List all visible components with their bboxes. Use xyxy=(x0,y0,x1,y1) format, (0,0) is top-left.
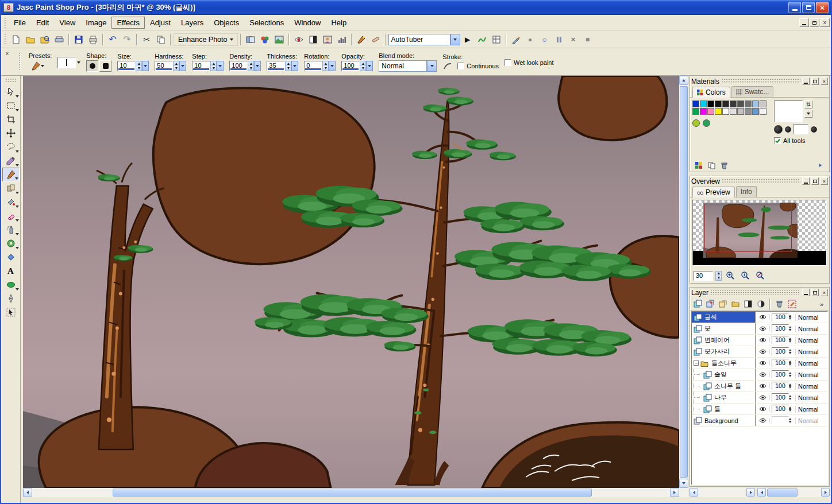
background-material-swatch[interactable] xyxy=(794,124,808,134)
color-swatch[interactable] xyxy=(730,100,737,107)
panel-float-button[interactable] xyxy=(811,177,819,185)
size-spinner[interactable]: 10 xyxy=(117,61,149,71)
layer-row-background[interactable]: Background Normal xyxy=(692,415,827,427)
color-swatch[interactable] xyxy=(692,108,699,115)
color-swatch[interactable] xyxy=(737,100,744,107)
layer-opacity-value[interactable]: 100 xyxy=(772,336,789,344)
panel-drag-texture[interactable] xyxy=(710,290,800,295)
color-swatch[interactable] xyxy=(760,108,766,115)
scroll-track[interactable] xyxy=(698,488,746,497)
panel-drag-texture[interactable] xyxy=(721,79,800,84)
rotation-spinner[interactable]: 0 xyxy=(304,61,336,71)
zoom-actual-size-button[interactable] xyxy=(739,270,752,281)
shape-round-button[interactable] xyxy=(86,60,98,72)
pen-tool-button[interactable] xyxy=(2,292,20,305)
picture-tube-edit-button[interactable] xyxy=(475,33,489,46)
object-selector-tool-button[interactable] xyxy=(2,305,20,319)
color-swatch[interactable] xyxy=(722,100,729,107)
layer-group-row[interactable]: 들소나무 100Normal xyxy=(692,358,827,369)
open-file-button[interactable] xyxy=(24,33,37,46)
scan-button[interactable] xyxy=(52,33,66,46)
layer-row[interactable]: 붓 100Normal xyxy=(692,323,827,335)
edit-selection-button[interactable] xyxy=(786,298,798,309)
panel-rollup-button[interactable] xyxy=(802,289,810,296)
minimize-button[interactable] xyxy=(788,2,801,13)
freehand-selection-tool-button[interactable] xyxy=(2,140,20,154)
browse-button[interactable] xyxy=(38,33,52,46)
color-swatch[interactable] xyxy=(715,100,722,107)
panel-rollup-button[interactable] xyxy=(802,177,810,185)
layer-visibility-toggle[interactable] xyxy=(756,326,770,331)
thickness-spinner[interactable]: 35 xyxy=(267,61,298,71)
opacity-spinner[interactable] xyxy=(789,315,794,320)
round-color-swatch[interactable] xyxy=(692,119,700,127)
material-option-button[interactable] xyxy=(804,110,812,118)
scroll-left-button[interactable] xyxy=(23,488,32,497)
shape-square-button[interactable] xyxy=(99,60,111,72)
layer-blend-mode[interactable]: Normal xyxy=(795,417,827,424)
new-mask-layer-button[interactable] xyxy=(742,298,754,309)
tool-options-grip[interactable] xyxy=(18,52,21,71)
eraser-tool-button[interactable] xyxy=(2,209,20,223)
spin-buttons[interactable] xyxy=(210,61,217,71)
layer-visibility-toggle[interactable] xyxy=(756,418,770,423)
layer-visibility-toggle[interactable] xyxy=(756,372,770,377)
opacity-spinner[interactable] xyxy=(789,395,794,400)
spin-buttons[interactable] xyxy=(322,61,329,71)
scratch-remover-button[interactable] xyxy=(369,33,383,46)
new-adjustment-layer-button[interactable] xyxy=(755,298,766,309)
layer-opacity-value[interactable] xyxy=(772,416,789,425)
new-file-button[interactable] xyxy=(9,33,23,46)
script-pause-button[interactable] xyxy=(552,33,566,46)
layer-visibility-toggle[interactable] xyxy=(756,349,770,354)
scroll-down-button[interactable] xyxy=(679,479,688,488)
layer-opacity-value[interactable]: 100 xyxy=(772,393,789,402)
scroll-left-button[interactable] xyxy=(690,488,698,497)
menubar-grip[interactable] xyxy=(4,17,7,28)
toolbar-grip[interactable] xyxy=(4,33,7,45)
layer-opacity-value[interactable]: 100 xyxy=(772,347,789,356)
panel-close-button[interactable]: × xyxy=(821,289,828,296)
layer-visibility-toggle[interactable] xyxy=(756,315,770,320)
layer-row[interactable]: 붓가사리 100Normal xyxy=(692,346,827,358)
step-value[interactable]: 10 xyxy=(192,61,210,71)
layer-blend-mode[interactable]: Normal xyxy=(795,406,827,413)
layer-visibility-toggle[interactable] xyxy=(756,395,770,400)
color-swatch[interactable] xyxy=(707,100,714,107)
document-restore-button[interactable] xyxy=(810,18,819,27)
slider-dropdown[interactable] xyxy=(291,61,298,71)
tab-info[interactable]: Info xyxy=(736,186,757,197)
panel-close-button[interactable]: × xyxy=(821,77,828,85)
text-tool-button[interactable]: A xyxy=(2,264,20,278)
document-close-button[interactable]: × xyxy=(820,18,830,27)
wet-look-checkbox[interactable]: Wet look paint xyxy=(504,59,554,66)
opacity-spinner[interactable] xyxy=(789,406,794,412)
spin-buttons[interactable] xyxy=(248,61,254,71)
opacity-spinner[interactable] xyxy=(789,383,794,389)
materials-more-button[interactable] xyxy=(815,161,826,170)
slider-dropdown[interactable] xyxy=(142,61,149,71)
sharpen-brush-button[interactable] xyxy=(355,33,368,46)
save-file-button[interactable] xyxy=(72,33,86,46)
copy-button[interactable] xyxy=(154,33,168,46)
palette-grip[interactable] xyxy=(5,78,17,83)
red-eye-button[interactable] xyxy=(292,33,306,46)
brush-tip-preview[interactable] xyxy=(57,57,76,68)
autotuber-value[interactable]: AutoTuber xyxy=(388,34,450,45)
move-tool-button[interactable] xyxy=(2,126,20,140)
layer-controls-scrollbar[interactable] xyxy=(757,488,830,497)
clone-tool-button[interactable] xyxy=(2,181,20,195)
layer-opacity-value[interactable]: 100 xyxy=(772,370,789,379)
photo-fix-button[interactable] xyxy=(272,33,286,46)
hardness-spinner[interactable]: 50 xyxy=(155,61,186,71)
new-art-media-layer-button[interactable] xyxy=(717,298,729,309)
layer-blend-mode[interactable]: Normal xyxy=(795,314,827,321)
spin-buttons[interactable] xyxy=(136,61,142,71)
materials-delete-button[interactable] xyxy=(719,161,729,170)
menu-file[interactable]: File xyxy=(9,17,31,29)
redo-button[interactable]: ↷ xyxy=(120,33,134,46)
color-swatch[interactable] xyxy=(700,108,707,115)
opacity-spinner[interactable] xyxy=(789,372,794,377)
layer-blend-mode[interactable]: Normal xyxy=(795,360,827,367)
layer-row[interactable]: 들 100Normal xyxy=(692,404,827,415)
